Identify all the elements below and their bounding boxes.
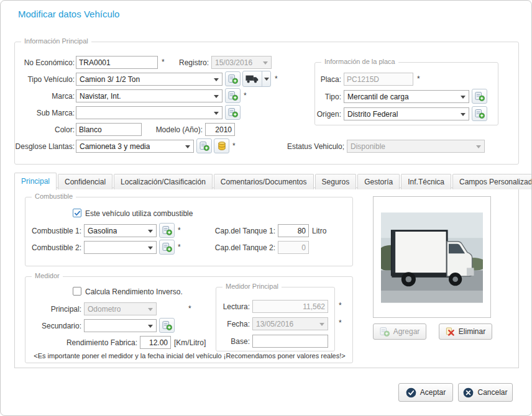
add-icon xyxy=(475,109,485,119)
chevron-down-icon xyxy=(319,323,324,326)
placa-input[interactable] xyxy=(344,73,413,86)
no-economico-input[interactable] xyxy=(76,56,158,69)
registro-label: Registro: xyxy=(169,58,209,67)
registro-value: 15/03/2016 xyxy=(215,58,252,67)
placa-label: Placa: xyxy=(316,75,341,84)
truck-icon xyxy=(245,75,259,83)
lectura-input[interactable] xyxy=(252,300,328,313)
color-label: Color: xyxy=(16,125,75,134)
tab-label: Gestoría xyxy=(364,178,393,186)
add-desglose-llantas-button[interactable] xyxy=(196,138,212,153)
chevron-down-icon xyxy=(476,145,481,148)
fecha-label: Fecha: xyxy=(218,320,250,328)
rendimiento-inverso-checkbox[interactable] xyxy=(73,287,81,296)
vehicle-photo-frame xyxy=(373,196,491,318)
base-input[interactable] xyxy=(252,335,328,348)
medidor-secundario-select[interactable] xyxy=(84,319,157,332)
add-tipo-vehiculo-button[interactable] xyxy=(225,71,241,86)
info-placa-group: Información de la placa Placa: * Tipo: M… xyxy=(314,62,498,125)
tab-localizacion-clasificacion[interactable]: Localización/Clasificación xyxy=(114,174,213,189)
aceptar-button[interactable]: Aceptar xyxy=(398,383,453,402)
medidor-principal-value: Odometro xyxy=(88,305,121,314)
medidor-secundario-label: Secundario: xyxy=(25,322,81,330)
cancelar-button[interactable]: Cancelar xyxy=(458,383,513,402)
page-title: Modificar datos Vehículo xyxy=(18,9,119,19)
tab-gestoria[interactable]: Gestoría xyxy=(357,174,400,189)
tipo-vehiculo-select[interactable]: Camion 3/ 1/2 Ton xyxy=(76,73,222,86)
add-combustible2-button[interactable] xyxy=(159,240,175,255)
info-principal-group: Información Principal No Económico: * Re… xyxy=(14,42,519,165)
combustible1-select[interactable]: Gasolina xyxy=(84,224,157,237)
add-combustible1-button[interactable] xyxy=(159,223,175,238)
estatus-vehiculo-select[interactable]: Disponible xyxy=(347,140,485,153)
llantas-data-button[interactable] xyxy=(214,138,229,153)
uses-fuel-checkbox[interactable] xyxy=(73,209,81,217)
vehicle-type-image-button[interactable] xyxy=(242,71,271,87)
tab-campos-personalizados[interactable]: Campos Personalizados xyxy=(452,174,532,189)
cap-tanque1-input[interactable] xyxy=(278,224,309,237)
sub-marca-select[interactable] xyxy=(76,106,222,119)
add-icon xyxy=(380,327,390,337)
delete-icon xyxy=(446,327,455,337)
combustible1-value: Gasolina xyxy=(88,227,117,235)
combustible2-label: Combustible 2: xyxy=(25,243,81,252)
chevron-down-icon xyxy=(148,325,153,328)
rendimiento-input[interactable] xyxy=(140,336,171,349)
tipo-vehiculo-label: Tipo Vehículo: xyxy=(16,75,75,84)
modelo-label: Modelo (Año): xyxy=(148,125,203,134)
chevron-down-icon xyxy=(148,246,153,250)
add-sub-marca-button[interactable] xyxy=(225,105,241,120)
tab-seguros[interactable]: Seguros xyxy=(315,174,357,189)
tab-label: Confidencial xyxy=(65,178,106,186)
medidor-principal-group: Medidor Principal Lectura: Fecha: 13/05/… xyxy=(216,287,335,351)
color-input[interactable] xyxy=(76,123,142,136)
eliminar-photo-button[interactable]: Eliminar xyxy=(439,323,492,340)
medidor-note: <Es importante poner el medidor y la fec… xyxy=(28,352,351,359)
add-medidor-secundario-button[interactable] xyxy=(159,318,175,333)
agregar-photo-button[interactable]: Agregar xyxy=(373,323,426,340)
required-marker: * xyxy=(178,226,181,235)
chevron-down-icon xyxy=(214,95,219,98)
add-icon xyxy=(228,107,238,117)
marca-select[interactable]: Navistar, Int. xyxy=(76,89,222,102)
tab-principal[interactable]: Principal xyxy=(14,173,57,190)
registro-datepicker[interactable]: 15/03/2016 xyxy=(211,56,272,69)
medidor-legend: Medidor xyxy=(32,272,63,279)
tab-inf-tecnica[interactable]: Inf.Técnica xyxy=(401,174,451,189)
add-origen-button[interactable] xyxy=(472,106,487,121)
estatus-vehiculo-label: Estatus Vehiculo; xyxy=(282,142,344,151)
combustible2-select[interactable] xyxy=(84,241,157,254)
cancel-x-icon xyxy=(463,387,474,398)
estatus-vehiculo-value: Disponible xyxy=(351,142,385,151)
chevron-down-icon xyxy=(262,71,270,86)
origen-value: Distrito Federal xyxy=(347,110,398,119)
uses-fuel-label: Este vehículo utiliza combustible xyxy=(85,209,193,218)
origen-select[interactable]: Distrito Federal xyxy=(344,107,469,120)
modelo-input[interactable] xyxy=(205,123,235,136)
desglose-llantas-select[interactable]: Camioneta 3 y media xyxy=(76,140,194,153)
fecha-value: 13/05/2016 xyxy=(256,320,293,328)
required-marker: * xyxy=(275,75,278,83)
tab-comentarios-documentos[interactable]: Comentarios/Documentos xyxy=(214,174,314,189)
cap-tanque2-input[interactable] xyxy=(278,241,309,254)
tab-confidencial[interactable]: Confidencial xyxy=(58,174,112,189)
medidor-principal-select[interactable]: Odometro xyxy=(84,302,157,315)
chevron-down-icon xyxy=(214,78,219,81)
modify-vehicle-window: Modificar datos Vehículo Información Pri… xyxy=(0,0,532,416)
agregar-photo-label: Agregar xyxy=(393,327,420,336)
base-label: Base: xyxy=(218,337,250,346)
sub-marca-label: Sub Marca: xyxy=(16,109,75,117)
add-marca-button[interactable] xyxy=(225,88,241,103)
combustible-group: Combustible Este vehículo utiliza combus… xyxy=(25,197,353,266)
medidor-group: Medidor Calcula Rendimiento Inverso. Pri… xyxy=(25,276,353,363)
placa-tipo-label: Tipo: xyxy=(316,93,341,101)
add-icon xyxy=(228,74,238,84)
fecha-datepicker[interactable]: 13/05/2016 xyxy=(252,317,328,330)
desglose-llantas-label: Desglose Llantas: xyxy=(15,142,75,151)
add-icon xyxy=(162,225,172,235)
add-icon xyxy=(200,141,209,151)
add-placa-tipo-button[interactable] xyxy=(472,89,487,104)
rendimiento-unit: [Km/Litro] xyxy=(174,338,206,347)
tab-label: Seguros xyxy=(322,178,350,186)
placa-tipo-select[interactable]: Mercantil de carga xyxy=(344,90,469,103)
